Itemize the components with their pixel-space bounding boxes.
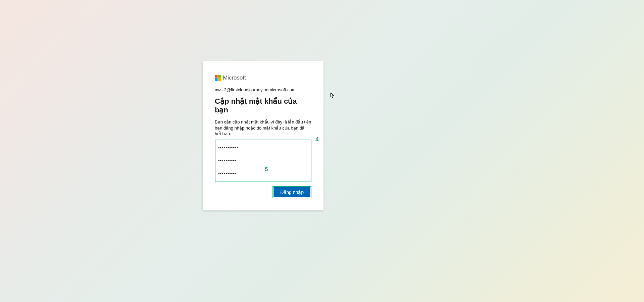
cursor-icon bbox=[330, 92, 336, 98]
signin-button-highlight: Đăng nhập bbox=[273, 186, 311, 198]
card-title: Cập nhật mật khẩu của bạn bbox=[215, 97, 311, 114]
svg-rect-0 bbox=[215, 75, 218, 78]
annotation-marker-5: 5 bbox=[265, 166, 268, 173]
card-description: Bạn cần cập nhật mật khẩu vì đây là lần … bbox=[215, 119, 311, 137]
brand-row: Microsoft bbox=[215, 74, 311, 81]
password-inputs-group bbox=[215, 140, 311, 182]
signin-button[interactable]: Đăng nhập bbox=[274, 187, 310, 197]
svg-rect-1 bbox=[218, 75, 221, 78]
user-email: aws-2@firstcloudjourney.onmicrosoft.com bbox=[215, 87, 311, 92]
annotation-marker-4: 4 bbox=[315, 136, 318, 143]
svg-rect-2 bbox=[215, 78, 218, 81]
current-password-input[interactable] bbox=[217, 142, 309, 151]
brand-name: Microsoft bbox=[223, 74, 246, 81]
login-card: Microsoft aws-2@firstcloudjourney.onmicr… bbox=[203, 61, 324, 210]
confirm-password-input[interactable] bbox=[217, 168, 309, 178]
svg-rect-3 bbox=[218, 78, 221, 81]
new-password-input[interactable] bbox=[217, 155, 309, 164]
microsoft-logo-icon bbox=[215, 75, 221, 81]
button-row: Đăng nhập bbox=[215, 186, 311, 198]
